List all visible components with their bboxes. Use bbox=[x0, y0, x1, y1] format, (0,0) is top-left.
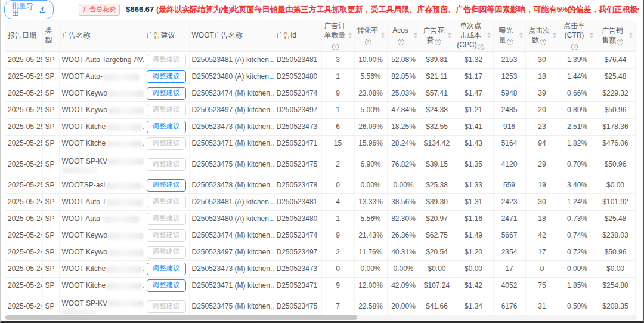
table-row: 2025-05-24 SP WOOT Keywog... 调整建议 D25052… bbox=[5, 244, 635, 260]
sort-carets-icon[interactable] bbox=[519, 32, 523, 38]
ad-orders-cell: 15 bbox=[321, 135, 354, 152]
ad-type-cell: SP bbox=[42, 177, 59, 193]
column-header[interactable]: 广告订单数量? bbox=[321, 20, 354, 51]
impressions-cell: 916 bbox=[493, 118, 525, 135]
sort-carets-icon[interactable] bbox=[590, 32, 593, 38]
clicks-cell: 18 bbox=[525, 68, 559, 85]
ad-name-cell: WOOTSP-asi.19 bbox=[59, 177, 144, 193]
report-date-cell: 2025-05-24 bbox=[5, 260, 42, 277]
ctr-cell: 1.44% bbox=[559, 68, 596, 85]
ad-orders-cell: 0 bbox=[321, 260, 354, 277]
column-header-label: 单次点击成本 (CPC)? bbox=[457, 21, 485, 50]
ad-type-cell: SP bbox=[42, 85, 59, 101]
clicks-cell: 17 bbox=[525, 244, 559, 260]
adjust-suggestion-button[interactable]: 调整建议 bbox=[147, 279, 186, 292]
sort-carets-icon[interactable] bbox=[629, 32, 633, 38]
help-circle-icon[interactable]: ? bbox=[478, 44, 484, 50]
ad-id-cell: D250523475 bbox=[274, 152, 321, 177]
adjust-suggestion-button[interactable]: 调整建议 bbox=[147, 263, 186, 275]
table-row: 2025-05-24 SP WOOT Auto- 调整建议 D250523480… bbox=[5, 210, 635, 227]
redacted-text bbox=[62, 167, 97, 173]
ad-sales-cell: $0.00 bbox=[596, 260, 635, 277]
sort-carets-icon[interactable] bbox=[414, 32, 417, 38]
adjust-suggestion-button[interactable]: 调整建议 bbox=[147, 70, 186, 83]
column-header[interactable]: 广告销售额? bbox=[596, 20, 635, 51]
ctr-cell: 1.39% bbox=[559, 51, 596, 68]
ad-spend-cell: $21.11 bbox=[420, 68, 454, 85]
acos-cell: 47.84% bbox=[387, 101, 420, 118]
woot-ad-name-cell: D250523473 (M) kitchen... bbox=[189, 118, 274, 135]
column-header-label: 广告订单数量? bbox=[324, 21, 346, 50]
help-circle-icon[interactable]: ? bbox=[571, 44, 578, 50]
column-header[interactable]: 点击率 (CTR)? bbox=[559, 20, 596, 51]
column-header[interactable]: 广告花费? bbox=[420, 20, 454, 51]
clicks-cell: 75 bbox=[525, 277, 559, 294]
ad-id-cell: D250523473 bbox=[274, 260, 321, 277]
adjust-suggestion-button: 调整建议 bbox=[147, 213, 186, 225]
ad-type-cell: SP bbox=[42, 68, 59, 85]
export-icon bbox=[39, 7, 46, 13]
horizontal-scrollbar[interactable] bbox=[5, 315, 637, 320]
sort-carets-icon[interactable] bbox=[553, 32, 556, 38]
data-disclaimer-text: (最终以实际结算为准)此页面每日销量由第三方工具抓取更新，受工具局限、库存预留、… bbox=[156, 5, 639, 14]
sort-carets-icon[interactable] bbox=[348, 32, 352, 38]
help-circle-icon[interactable]: ? bbox=[332, 44, 339, 50]
clicks-cell: 29 bbox=[525, 152, 559, 177]
column-header[interactable]: 单次点击成本 (CPC)? bbox=[454, 20, 493, 51]
cpc-cell: $1.21 bbox=[454, 101, 493, 118]
ad-spend-cell: $62.75 bbox=[420, 227, 454, 244]
sort-carets-icon[interactable] bbox=[487, 32, 491, 38]
ad-spend-cell: $57.41 bbox=[420, 85, 454, 101]
column-header[interactable]: 点击次数? bbox=[525, 20, 559, 51]
woot-ad-name-cell: D250523480 (A) kitchen... bbox=[189, 210, 274, 227]
ad-sales-cell: $76.44 bbox=[596, 51, 635, 68]
acos-cell: 0.00% bbox=[387, 260, 420, 277]
sort-carets-icon[interactable] bbox=[448, 32, 451, 38]
report-date-cell: 2025-05-25 bbox=[5, 85, 42, 101]
woot-ad-name-cell: D250523497 (M) kitchen... bbox=[189, 244, 274, 260]
ad-orders-cell: 9 bbox=[321, 85, 354, 101]
help-circle-icon[interactable]: ? bbox=[398, 39, 404, 45]
ad-name-cell: WOOT Keywog... bbox=[59, 85, 144, 101]
column-header-label: 广告花费? bbox=[423, 26, 445, 45]
conversion-rate-cell: 11.76% bbox=[354, 244, 387, 260]
ad-sales-cell: $50.96 bbox=[596, 101, 635, 118]
ad-name-cell: WOOT Kitche... bbox=[59, 135, 144, 152]
ad-type-cell: SP bbox=[42, 210, 59, 227]
column-header[interactable]: 转化率? bbox=[354, 20, 387, 51]
suggestion-cell: 调整建议 bbox=[144, 277, 189, 294]
ad-name-cell: WOOT Kitche... bbox=[59, 118, 144, 135]
sort-carets-icon[interactable] bbox=[381, 32, 385, 38]
woot-ad-name-cell: D250523474 (M) kitchen... bbox=[189, 85, 274, 101]
bulk-export-button[interactable]: 批量导出 bbox=[4, 0, 54, 19]
ad-sales-cell: $50.96 bbox=[596, 152, 635, 177]
help-circle-icon[interactable]: ? bbox=[435, 39, 441, 45]
help-circle-icon[interactable]: ? bbox=[617, 39, 623, 45]
impressions-cell: 5948 bbox=[493, 85, 525, 101]
woot-ad-name-cell: D250523474 (M) kitchen... bbox=[189, 227, 274, 244]
ad-sales-cell: $254.80 bbox=[596, 277, 635, 294]
redacted-text bbox=[106, 183, 141, 189]
ad-orders-cell: 6 bbox=[321, 118, 354, 135]
help-circle-icon[interactable]: ? bbox=[540, 39, 546, 45]
help-circle-icon[interactable]: ? bbox=[507, 39, 513, 45]
ad-orders-cell: 9 bbox=[321, 227, 354, 244]
impressions-cell: 2485 bbox=[493, 101, 525, 118]
ctr-cell: 0.73% bbox=[559, 210, 596, 227]
help-circle-icon[interactable]: ? bbox=[365, 39, 371, 45]
ad-type-cell: SP bbox=[42, 260, 59, 277]
horizontal-scrollbar-thumb[interactable] bbox=[5, 315, 357, 320]
ad-sales-cell: $25.48 bbox=[596, 68, 635, 85]
column-header[interactable]: 曝光量? bbox=[493, 20, 525, 51]
adjust-suggestion-button[interactable]: 调整建议 bbox=[147, 121, 186, 133]
woot-ad-name-cell: D250523497 (M) kitchen... bbox=[189, 101, 274, 118]
table-row: 2025-05-24 SP WOOT Keywog... 调整建议 D25052… bbox=[5, 227, 635, 244]
acos-cell: 25.03% bbox=[387, 85, 420, 101]
ad-type-cell: SP bbox=[42, 152, 59, 177]
impressions-cell: 559 bbox=[493, 177, 525, 193]
woot-ad-name-cell: D250523471 (M) kitchen... bbox=[189, 135, 274, 152]
adjust-suggestion-button[interactable]: 调整建议 bbox=[147, 87, 186, 100]
ad-type-cell: SP bbox=[42, 193, 59, 210]
adjust-suggestion-button[interactable]: 调整建议 bbox=[147, 179, 186, 192]
column-header[interactable]: Acos? bbox=[387, 20, 420, 51]
